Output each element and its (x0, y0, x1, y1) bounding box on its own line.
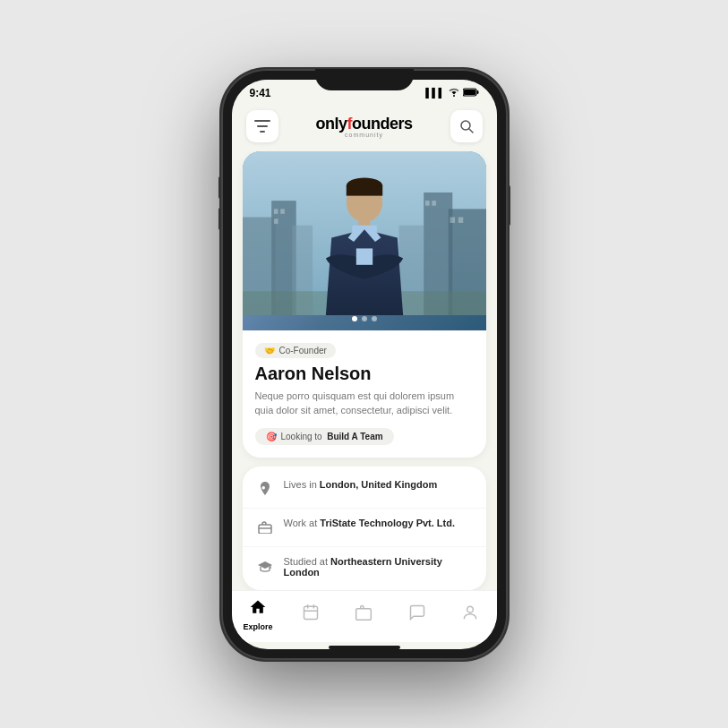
battery-icon (463, 88, 479, 98)
profile-info: 🤝 Co-Founder Aaron Nelson Neque porro qu… (243, 330, 486, 458)
calendar-icon (302, 604, 320, 626)
svg-point-41 (467, 606, 474, 612)
signal-icon: ▌▌▌ (425, 88, 444, 98)
bottom-nav: Explore (232, 590, 497, 642)
briefcase-icon (255, 518, 275, 537)
photo-dot-3[interactable] (372, 316, 377, 321)
profile-card: 🤝 Co-Founder Aaron Nelson Neque porro qu… (243, 151, 486, 458)
target-icon: 🎯 (266, 432, 277, 441)
search-button[interactable] (450, 110, 483, 142)
education-row: Studied at Northeastern University Londo… (243, 547, 486, 587)
svg-rect-17 (273, 209, 278, 214)
photo-dot-2[interactable] (362, 316, 367, 321)
phone-frame: 9:41 ▌▌▌ (221, 69, 508, 660)
handshake-icon: 🤝 (264, 346, 275, 355)
looking-text: Looking to Build A Team (281, 432, 383, 441)
role-badge: 🤝 Co-Founder (255, 343, 336, 358)
work-row: Work at TriState Technology Pvt. Ltd. (243, 509, 486, 547)
svg-rect-23 (458, 217, 463, 222)
home-icon (249, 598, 267, 621)
photo-dots (352, 316, 377, 321)
looking-tag: 🎯 Looking to Build A Team (255, 428, 394, 445)
svg-rect-30 (355, 248, 372, 264)
status-time: 9:41 (250, 87, 271, 99)
nav-explore[interactable]: Explore (240, 598, 276, 631)
profile-name: Aaron Nelson (255, 364, 474, 384)
filter-button[interactable] (246, 110, 278, 142)
logo-container: onlyfounders community (315, 115, 412, 138)
app-header: onlyfounders community (232, 103, 497, 151)
phone-screen: 9:41 ▌▌▌ (232, 80, 497, 649)
graduation-icon (255, 556, 275, 576)
work-text: Work at TriState Technology Pvt. Ltd. (284, 518, 456, 528)
svg-rect-3 (464, 90, 475, 95)
svg-line-8 (469, 129, 473, 133)
explore-label: Explore (244, 622, 273, 631)
app-logo: onlyfounders (315, 115, 412, 133)
svg-rect-22 (450, 217, 455, 222)
svg-rect-18 (280, 209, 285, 214)
svg-rect-27 (346, 185, 381, 195)
role-label: Co-Founder (279, 346, 327, 355)
svg-rect-2 (476, 90, 478, 94)
home-indicator (329, 646, 400, 649)
main-content: 🤝 Co-Founder Aaron Nelson Neque porro qu… (232, 151, 497, 590)
svg-rect-20 (425, 201, 430, 206)
nav-portfolio[interactable] (346, 604, 381, 626)
wifi-icon (449, 88, 459, 98)
notch (315, 69, 414, 90)
svg-rect-6 (260, 131, 265, 133)
photo-dot-1[interactable] (352, 316, 357, 321)
education-text: Studied at Northeastern University Londo… (284, 556, 474, 578)
svg-rect-36 (304, 606, 318, 619)
nav-calendar[interactable] (293, 604, 329, 626)
svg-rect-31 (259, 525, 271, 534)
svg-rect-21 (432, 201, 436, 206)
profile-icon (461, 604, 479, 626)
chat-icon (408, 604, 426, 626)
portfolio-icon (355, 604, 373, 626)
nav-profile[interactable] (452, 604, 488, 626)
svg-rect-5 (257, 125, 268, 127)
status-icons: ▌▌▌ (425, 88, 478, 98)
svg-rect-4 (254, 120, 270, 122)
profile-bio: Neque porro quisquam est qui dolorem ips… (255, 389, 474, 418)
svg-rect-40 (356, 608, 372, 620)
location-icon (255, 479, 275, 499)
nav-messages[interactable] (399, 604, 435, 626)
svg-point-0 (453, 95, 455, 97)
details-card: Lives in London, United Kingdom Work at … (243, 467, 486, 590)
location-row: Lives in London, United Kingdom (243, 470, 486, 509)
profile-photo (243, 151, 486, 330)
location-text: Lives in London, United Kingdom (284, 479, 438, 490)
svg-rect-19 (273, 218, 278, 224)
